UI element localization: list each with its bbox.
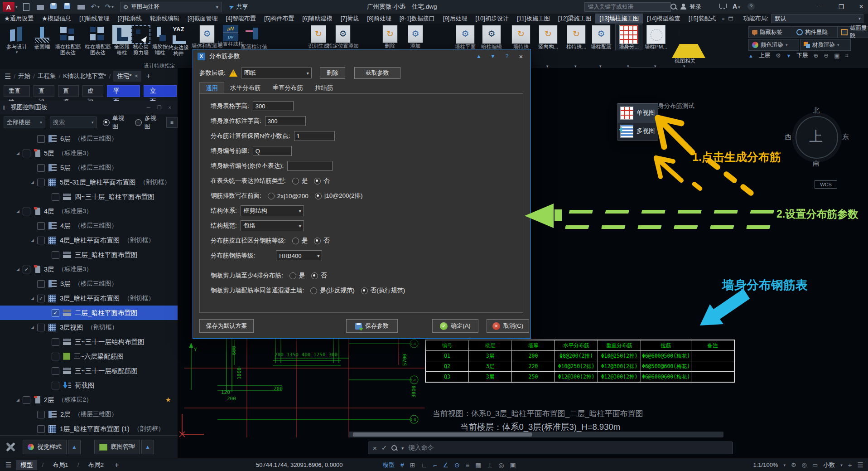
- zoom-in-icon[interactable]: ⊕: [813, 52, 818, 59]
- tree-checkbox[interactable]: [37, 135, 45, 143]
- ok-button[interactable]: ✓ 确定(A): [432, 319, 478, 333]
- ribbon-tool-9[interactable]: 视图相关: [672, 25, 698, 64]
- render-材质渲染[interactable]: 材质渲染▾: [800, 39, 851, 51]
- radio-option[interactable]: |10@200(2排): [315, 192, 363, 200]
- tree-checkbox[interactable]: [52, 251, 59, 259]
- menu-tab-19[interactable]: [15]装配式: [685, 14, 720, 24]
- tree-row[interactable]: ◢5层（标准层3）: [0, 146, 178, 160]
- view-button-直梁[interactable]: 直梁: [34, 85, 54, 97]
- zoom-out-icon[interactable]: ⊖: [824, 52, 829, 59]
- grid-icon[interactable]: ⌗: [845, 52, 849, 59]
- menu-tab-18[interactable]: [14]模型检查: [643, 14, 685, 24]
- command-search-icon[interactable]: [391, 445, 397, 451]
- tree-row[interactable]: ◢✓3层_暗柱平面布置图（剖切框）: [0, 291, 178, 306]
- model-space-label[interactable]: 模型: [383, 461, 395, 469]
- tree-row[interactable]: ◢4层_暗柱平面布置图（剖切框）: [0, 233, 178, 248]
- down-icon[interactable]: ▼: [786, 53, 791, 58]
- hatch-toggle-icon[interactable]: ▦: [475, 461, 481, 469]
- tree-row[interactable]: 三~三十一层结构布置图: [0, 335, 178, 349]
- ribbon-tool-2[interactable]: 暗柱编辑: [478, 25, 505, 50]
- tree-row[interactable]: 5层（楼层三维图）: [0, 160, 178, 175]
- up-icon[interactable]: ▲: [748, 53, 753, 58]
- chevron-down-icon[interactable]: ▾: [783, 463, 786, 467]
- radio-option[interactable]: 否(执行规范): [361, 286, 405, 295]
- render-颜色渲染[interactable]: 颜色渲染▾: [748, 39, 799, 51]
- menu-tab-14[interactable]: [10]初步设计: [471, 14, 513, 24]
- perpendicular-toggle-icon[interactable]: ⊥: [487, 461, 492, 469]
- field-input[interactable]: 300: [253, 101, 294, 111]
- snap-toggle-icon[interactable]: ⊞: [410, 461, 415, 469]
- ribbon-tool-8[interactable]: 墙柱PM...: [643, 25, 669, 50]
- tree-checkbox[interactable]: ✓: [37, 295, 45, 302]
- save-as-icon[interactable]: [64, 3, 72, 10]
- compass-south[interactable]: 南: [813, 159, 820, 168]
- menu-tab-2[interactable]: ★模型信息: [38, 14, 75, 24]
- compass-west[interactable]: 西: [785, 133, 791, 141]
- field-input[interactable]: 300: [265, 116, 306, 126]
- layout-tab-布局2[interactable]: 布局2: [84, 460, 109, 470]
- tree-row[interactable]: 3层（楼层三维图）: [0, 277, 178, 291]
- panel-toggle-icon[interactable]: 🗖: [728, 16, 733, 21]
- list-options-icon[interactable]: ≡: [166, 117, 178, 128]
- dialog-help-icon[interactable]: ?: [502, 53, 512, 59]
- layout-tab-布局1[interactable]: 布局1: [48, 460, 73, 470]
- view-button-虚梁[interactable]: 虚梁: [82, 85, 103, 97]
- close-button[interactable]: ×: [854, 0, 868, 14]
- tree-checkbox[interactable]: [37, 179, 45, 186]
- tree-row[interactable]: ◢✓3层（标准层3）: [0, 262, 178, 277]
- visual-style-expand-icon[interactable]: ▲: [68, 440, 81, 454]
- menu-tab-3[interactable]: [1]轴线管理: [75, 14, 113, 24]
- menu-tab-16[interactable]: [12]梁施工图: [554, 14, 596, 24]
- save-icon[interactable]: [50, 3, 58, 10]
- menu-tab-13[interactable]: [9]后处理: [439, 14, 471, 24]
- layout-tab-模型[interactable]: 模型: [16, 460, 37, 470]
- view-button-垂直柱[interactable]: 垂直柱: [4, 85, 30, 97]
- expander-icon[interactable]: ◢: [16, 398, 23, 402]
- tree-row[interactable]: ◢4层（标准层3）: [0, 204, 178, 219]
- layout-dropdown[interactable]: 默认: [771, 14, 863, 23]
- tree-row[interactable]: 荷载图: [0, 378, 178, 393]
- multi-view-radio[interactable]: [135, 119, 142, 126]
- login-button[interactable]: 登录: [690, 0, 701, 14]
- basemap-button[interactable]: 底图管理: [94, 440, 140, 454]
- user-icon[interactable]: [680, 4, 686, 10]
- monitor-icon[interactable]: ▭: [812, 461, 818, 468]
- redo-icon[interactable]: ↷: [105, 3, 111, 11]
- breadcrumb-item[interactable]: 工程集: [38, 72, 56, 80]
- drag-handle-icon[interactable]: ‖: [3, 104, 5, 111]
- tree-row[interactable]: 三~三十一层板配筋图: [0, 364, 178, 378]
- tree-checkbox[interactable]: ✓: [23, 266, 30, 273]
- tree-row[interactable]: ◢3层视图（剖切框）: [0, 320, 178, 335]
- view-button-直墙[interactable]: 直墙: [58, 85, 79, 97]
- command-confirm-icon[interactable]: ✓: [381, 444, 387, 452]
- field-select[interactable]: HRB400: [276, 250, 322, 261]
- angle-toggle-icon[interactable]: ∠: [443, 461, 448, 469]
- expander-icon[interactable]: ◢: [31, 180, 37, 185]
- ribbon-tool-6[interactable]: 墙柱配筋: [588, 25, 614, 50]
- menu-tab-8[interactable]: [5]构件布置: [260, 14, 298, 24]
- window-icon[interactable]: ▣: [834, 52, 839, 59]
- tree-checkbox[interactable]: [37, 164, 45, 172]
- tree-checkbox[interactable]: [23, 208, 30, 215]
- ribbon-tool-4[interactable]: 竖向构...: [535, 25, 561, 50]
- radio-option[interactable]: 是(违反规范): [310, 286, 355, 295]
- visual-style-button[interactable]: 视觉样式: [23, 440, 67, 454]
- menu-tab-17[interactable]: [13]墙柱施工图: [595, 14, 643, 24]
- search-dropdown[interactable]: 搜索▾: [50, 117, 97, 128]
- menu-tab-6[interactable]: [3]截面管理: [183, 14, 222, 24]
- floor-filter-dropdown[interactable]: 全部楼层▾: [4, 117, 45, 128]
- app-logo-icon[interactable]: A: [3, 2, 14, 12]
- menu-tab-11[interactable]: [8]前处理: [363, 14, 395, 24]
- tree-checkbox[interactable]: [37, 222, 45, 230]
- command-line[interactable]: × ✓ ▾ 键入命令: [368, 442, 733, 454]
- tree-row[interactable]: 三~六层梁配筋图: [0, 349, 178, 364]
- basemap-expand-icon[interactable]: ▲: [141, 440, 154, 454]
- tree-checkbox[interactable]: ✓: [52, 309, 59, 317]
- horizontal-scrollbar[interactable]: [349, 432, 723, 437]
- tree-checkbox[interactable]: [52, 353, 59, 360]
- ribbon-tool-partial[interactable]: 配筋柱订值: [239, 25, 270, 50]
- workspace-dropdown[interactable]: ⚙ 草图与注释 ▾: [120, 2, 222, 12]
- dialog-tab-垂直分布筋[interactable]: 垂直分布筋: [267, 82, 309, 93]
- breadcrumb-item[interactable]: K轴以北地下室*: [63, 72, 106, 80]
- tree-checkbox[interactable]: [37, 411, 45, 418]
